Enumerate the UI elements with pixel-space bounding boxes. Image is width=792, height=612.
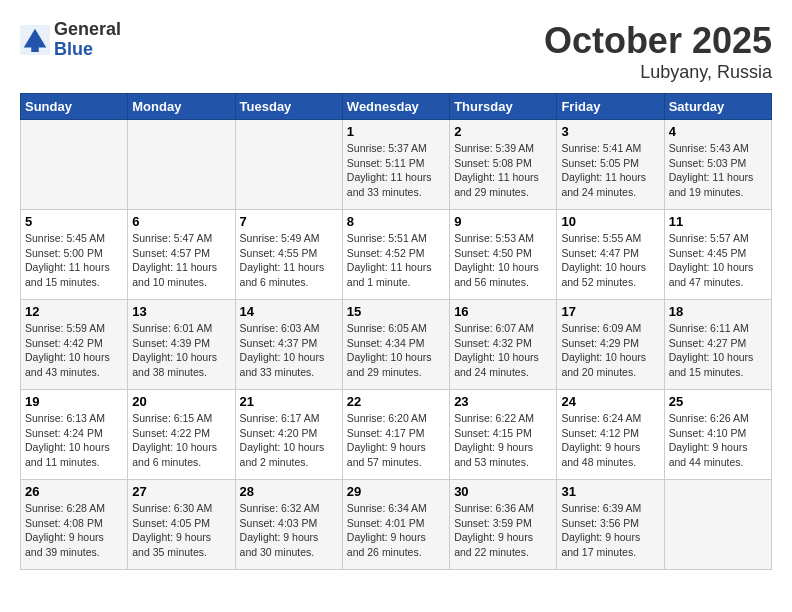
day-number: 2 (454, 124, 552, 139)
day-info: Sunrise: 5:51 AM Sunset: 4:52 PM Dayligh… (347, 231, 445, 290)
calendar-cell-w4-d5: 31Sunrise: 6:39 AM Sunset: 3:56 PM Dayli… (557, 480, 664, 570)
day-info: Sunrise: 5:53 AM Sunset: 4:50 PM Dayligh… (454, 231, 552, 290)
weekday-header-thursday: Thursday (450, 94, 557, 120)
day-info: Sunrise: 6:30 AM Sunset: 4:05 PM Dayligh… (132, 501, 230, 560)
day-number: 28 (240, 484, 338, 499)
calendar-cell-w3-d1: 20Sunrise: 6:15 AM Sunset: 4:22 PM Dayli… (128, 390, 235, 480)
calendar-cell-w4-d3: 29Sunrise: 6:34 AM Sunset: 4:01 PM Dayli… (342, 480, 449, 570)
day-info: Sunrise: 6:24 AM Sunset: 4:12 PM Dayligh… (561, 411, 659, 470)
calendar-cell-w4-d2: 28Sunrise: 6:32 AM Sunset: 4:03 PM Dayli… (235, 480, 342, 570)
weekday-header-monday: Monday (128, 94, 235, 120)
calendar-cell-w1-d3: 8Sunrise: 5:51 AM Sunset: 4:52 PM Daylig… (342, 210, 449, 300)
calendar-cell-w1-d1: 6Sunrise: 5:47 AM Sunset: 4:57 PM Daylig… (128, 210, 235, 300)
logo-icon (20, 25, 50, 55)
day-info: Sunrise: 5:43 AM Sunset: 5:03 PM Dayligh… (669, 141, 767, 200)
day-info: Sunrise: 6:34 AM Sunset: 4:01 PM Dayligh… (347, 501, 445, 560)
day-info: Sunrise: 6:28 AM Sunset: 4:08 PM Dayligh… (25, 501, 123, 560)
day-info: Sunrise: 6:05 AM Sunset: 4:34 PM Dayligh… (347, 321, 445, 380)
calendar-cell-w1-d6: 11Sunrise: 5:57 AM Sunset: 4:45 PM Dayli… (664, 210, 771, 300)
calendar-cell-w2-d1: 13Sunrise: 6:01 AM Sunset: 4:39 PM Dayli… (128, 300, 235, 390)
day-info: Sunrise: 6:32 AM Sunset: 4:03 PM Dayligh… (240, 501, 338, 560)
day-number: 29 (347, 484, 445, 499)
day-number: 13 (132, 304, 230, 319)
logo: General Blue (20, 20, 121, 60)
weekday-header-sunday: Sunday (21, 94, 128, 120)
day-number: 20 (132, 394, 230, 409)
day-number: 15 (347, 304, 445, 319)
day-info: Sunrise: 5:41 AM Sunset: 5:05 PM Dayligh… (561, 141, 659, 200)
day-number: 9 (454, 214, 552, 229)
calendar-cell-w1-d5: 10Sunrise: 5:55 AM Sunset: 4:47 PM Dayli… (557, 210, 664, 300)
day-number: 1 (347, 124, 445, 139)
day-number: 17 (561, 304, 659, 319)
calendar-cell-w1-d2: 7Sunrise: 5:49 AM Sunset: 4:55 PM Daylig… (235, 210, 342, 300)
calendar-cell-w2-d3: 15Sunrise: 6:05 AM Sunset: 4:34 PM Dayli… (342, 300, 449, 390)
calendar-cell-w2-d4: 16Sunrise: 6:07 AM Sunset: 4:32 PM Dayli… (450, 300, 557, 390)
day-number: 12 (25, 304, 123, 319)
calendar-cell-w4-d4: 30Sunrise: 6:36 AM Sunset: 3:59 PM Dayli… (450, 480, 557, 570)
calendar: SundayMondayTuesdayWednesdayThursdayFrid… (20, 93, 772, 570)
day-number: 6 (132, 214, 230, 229)
day-info: Sunrise: 5:39 AM Sunset: 5:08 PM Dayligh… (454, 141, 552, 200)
calendar-cell-w2-d6: 18Sunrise: 6:11 AM Sunset: 4:27 PM Dayli… (664, 300, 771, 390)
calendar-header: SundayMondayTuesdayWednesdayThursdayFrid… (21, 94, 772, 120)
day-info: Sunrise: 6:11 AM Sunset: 4:27 PM Dayligh… (669, 321, 767, 380)
calendar-body: 1Sunrise: 5:37 AM Sunset: 5:11 PM Daylig… (21, 120, 772, 570)
day-info: Sunrise: 6:36 AM Sunset: 3:59 PM Dayligh… (454, 501, 552, 560)
day-info: Sunrise: 6:01 AM Sunset: 4:39 PM Dayligh… (132, 321, 230, 380)
calendar-cell-w2-d5: 17Sunrise: 6:09 AM Sunset: 4:29 PM Dayli… (557, 300, 664, 390)
calendar-cell-w0-d3: 1Sunrise: 5:37 AM Sunset: 5:11 PM Daylig… (342, 120, 449, 210)
calendar-cell-w3-d2: 21Sunrise: 6:17 AM Sunset: 4:20 PM Dayli… (235, 390, 342, 480)
day-number: 31 (561, 484, 659, 499)
month-year: October 2025 (544, 20, 772, 62)
calendar-cell-w0-d2 (235, 120, 342, 210)
calendar-cell-w3-d5: 24Sunrise: 6:24 AM Sunset: 4:12 PM Dayli… (557, 390, 664, 480)
location: Lubyany, Russia (544, 62, 772, 83)
day-info: Sunrise: 5:49 AM Sunset: 4:55 PM Dayligh… (240, 231, 338, 290)
day-info: Sunrise: 5:59 AM Sunset: 4:42 PM Dayligh… (25, 321, 123, 380)
calendar-cell-w0-d0 (21, 120, 128, 210)
day-number: 25 (669, 394, 767, 409)
calendar-cell-w4-d6 (664, 480, 771, 570)
day-info: Sunrise: 5:37 AM Sunset: 5:11 PM Dayligh… (347, 141, 445, 200)
day-number: 18 (669, 304, 767, 319)
calendar-cell-w1-d0: 5Sunrise: 5:45 AM Sunset: 5:00 PM Daylig… (21, 210, 128, 300)
day-info: Sunrise: 5:55 AM Sunset: 4:47 PM Dayligh… (561, 231, 659, 290)
day-number: 3 (561, 124, 659, 139)
calendar-cell-w0-d6: 4Sunrise: 5:43 AM Sunset: 5:03 PM Daylig… (664, 120, 771, 210)
logo-blue: Blue (54, 40, 121, 60)
calendar-cell-w3-d6: 25Sunrise: 6:26 AM Sunset: 4:10 PM Dayli… (664, 390, 771, 480)
calendar-cell-w0-d5: 3Sunrise: 5:41 AM Sunset: 5:05 PM Daylig… (557, 120, 664, 210)
day-number: 16 (454, 304, 552, 319)
header: General Blue October 2025 Lubyany, Russi… (20, 20, 772, 83)
day-info: Sunrise: 6:03 AM Sunset: 4:37 PM Dayligh… (240, 321, 338, 380)
day-number: 23 (454, 394, 552, 409)
calendar-cell-w3-d4: 23Sunrise: 6:22 AM Sunset: 4:15 PM Dayli… (450, 390, 557, 480)
day-info: Sunrise: 6:13 AM Sunset: 4:24 PM Dayligh… (25, 411, 123, 470)
day-number: 21 (240, 394, 338, 409)
calendar-cell-w3-d0: 19Sunrise: 6:13 AM Sunset: 4:24 PM Dayli… (21, 390, 128, 480)
day-info: Sunrise: 5:57 AM Sunset: 4:45 PM Dayligh… (669, 231, 767, 290)
calendar-week-2: 12Sunrise: 5:59 AM Sunset: 4:42 PM Dayli… (21, 300, 772, 390)
month-title: October 2025 Lubyany, Russia (544, 20, 772, 83)
day-info: Sunrise: 6:07 AM Sunset: 4:32 PM Dayligh… (454, 321, 552, 380)
day-info: Sunrise: 6:15 AM Sunset: 4:22 PM Dayligh… (132, 411, 230, 470)
day-info: Sunrise: 6:09 AM Sunset: 4:29 PM Dayligh… (561, 321, 659, 380)
weekday-row: SundayMondayTuesdayWednesdayThursdayFrid… (21, 94, 772, 120)
day-number: 22 (347, 394, 445, 409)
weekday-header-saturday: Saturday (664, 94, 771, 120)
day-number: 26 (25, 484, 123, 499)
day-info: Sunrise: 5:47 AM Sunset: 4:57 PM Dayligh… (132, 231, 230, 290)
svg-rect-2 (31, 46, 39, 52)
day-number: 14 (240, 304, 338, 319)
weekday-header-tuesday: Tuesday (235, 94, 342, 120)
day-info: Sunrise: 6:22 AM Sunset: 4:15 PM Dayligh… (454, 411, 552, 470)
day-number: 4 (669, 124, 767, 139)
day-number: 24 (561, 394, 659, 409)
day-number: 5 (25, 214, 123, 229)
calendar-week-1: 5Sunrise: 5:45 AM Sunset: 5:00 PM Daylig… (21, 210, 772, 300)
calendar-cell-w4-d0: 26Sunrise: 6:28 AM Sunset: 4:08 PM Dayli… (21, 480, 128, 570)
weekday-header-wednesday: Wednesday (342, 94, 449, 120)
logo-text: General Blue (54, 20, 121, 60)
calendar-week-0: 1Sunrise: 5:37 AM Sunset: 5:11 PM Daylig… (21, 120, 772, 210)
